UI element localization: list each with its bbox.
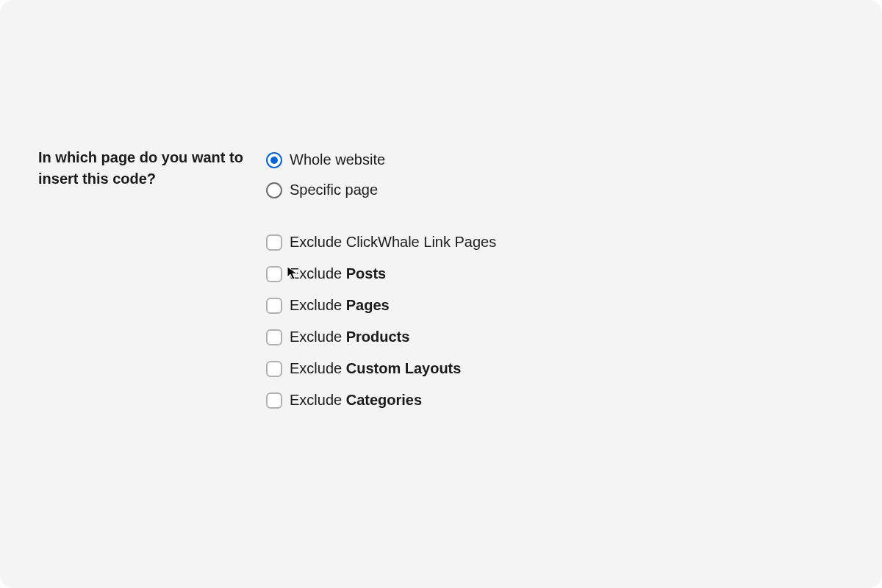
checkbox-input-exclude-categories[interactable]: [266, 392, 282, 409]
checkbox-label-exclude-products: Exclude Products: [290, 329, 409, 345]
content-row: In which page do you want to insert this…: [38, 147, 882, 423]
checkbox-label-exclude-clickwhale: Exclude ClickWhale Link Pages: [290, 234, 496, 251]
radio-label-whole-website: Whole website: [290, 151, 385, 168]
radio-specific-page[interactable]: Specific page: [266, 182, 882, 198]
radio-input-specific-page[interactable]: [266, 182, 282, 198]
checkbox-exclude-products[interactable]: Exclude Products: [266, 329, 882, 345]
checkbox-input-exclude-custom-layouts[interactable]: [266, 361, 282, 377]
settings-panel: In which page do you want to insert this…: [0, 0, 882, 588]
checkbox-exclude-custom-layouts[interactable]: Exclude Custom Layouts: [266, 360, 882, 377]
radio-label-specific-page: Specific page: [290, 182, 378, 198]
checkbox-input-exclude-products[interactable]: [266, 329, 282, 345]
question-heading: In which page do you want to insert this…: [38, 147, 251, 190]
checkbox-label-exclude-custom-layouts: Exclude Custom Layouts: [290, 360, 461, 377]
checkbox-label-exclude-posts: Exclude Posts: [290, 265, 386, 282]
checkbox-exclude-categories[interactable]: Exclude Categories: [266, 392, 882, 409]
radio-whole-website[interactable]: Whole website: [266, 151, 882, 168]
controls-column: Whole website Specific page Exclude Clic…: [266, 147, 882, 423]
checkbox-input-exclude-posts[interactable]: [266, 266, 282, 282]
checkbox-exclude-posts[interactable]: Exclude Posts: [266, 265, 882, 282]
checkbox-input-exclude-pages[interactable]: [266, 298, 282, 314]
checkbox-label-exclude-pages: Exclude Pages: [290, 297, 390, 314]
page-scope-radio-group: Whole website Specific page: [266, 151, 882, 198]
exclude-checkbox-group: Exclude ClickWhale Link Pages Exclude Po…: [266, 234, 882, 409]
checkbox-exclude-pages[interactable]: Exclude Pages: [266, 297, 882, 314]
radio-input-whole-website[interactable]: [266, 152, 282, 168]
checkbox-label-exclude-categories: Exclude Categories: [290, 392, 422, 409]
question-column: In which page do you want to insert this…: [38, 147, 266, 190]
checkbox-exclude-clickwhale[interactable]: Exclude ClickWhale Link Pages: [266, 234, 882, 251]
checkbox-input-exclude-clickwhale[interactable]: [266, 234, 282, 251]
